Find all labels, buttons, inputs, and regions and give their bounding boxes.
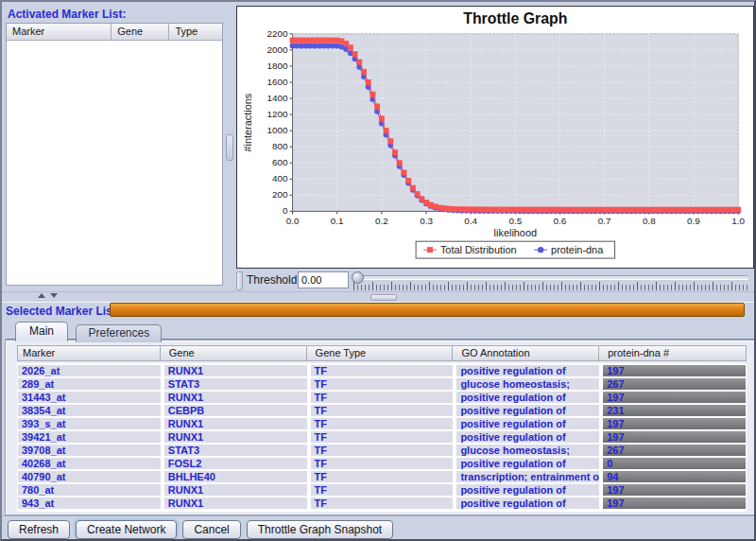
refresh-button[interactable]: Refresh bbox=[8, 520, 70, 539]
svg-text:2200: 2200 bbox=[267, 28, 289, 39]
column-header-type[interactable]: Type bbox=[169, 24, 222, 40]
svg-text:0.5: 0.5 bbox=[508, 216, 522, 226]
horizontal-splitter-handle[interactable] bbox=[370, 294, 397, 301]
column-header-go-annotation[interactable]: GO Annotation bbox=[456, 346, 599, 360]
table-cell[interactable]: positive regulation of bbox=[456, 392, 599, 403]
splitter-collapse-up-icon[interactable] bbox=[38, 293, 45, 298]
table-row[interactable]: 38354_atCEBPBTFpositive regulation of231 bbox=[18, 404, 746, 417]
table-cell[interactable]: 39421_at bbox=[18, 431, 161, 443]
activated-marker-table-body[interactable] bbox=[7, 41, 222, 285]
table-cell[interactable]: TF bbox=[311, 497, 454, 509]
splitter-collapse-down-icon[interactable] bbox=[50, 293, 58, 298]
table-cell[interactable]: positive regulation of bbox=[456, 484, 599, 496]
slider-track[interactable] bbox=[352, 275, 748, 280]
table-row[interactable]: 943_atRUNX1TFpositive regulation of197 bbox=[18, 497, 746, 510]
table-cell[interactable]: RUNX1 bbox=[164, 431, 307, 443]
vertical-splitter[interactable] bbox=[224, 6, 234, 289]
table-cell[interactable]: RUNX1 bbox=[164, 497, 307, 509]
table-cell[interactable]: positive regulation of bbox=[456, 458, 599, 469]
table-cell[interactable]: glucose homeostasis; bbox=[456, 378, 599, 390]
table-row[interactable]: 40268_atFOSL2TFpositive regulation of0 bbox=[18, 457, 746, 470]
x-axis-label: likelihood bbox=[494, 227, 537, 238]
threshold-slider[interactable] bbox=[352, 271, 748, 290]
table-cell[interactable]: CEBPB bbox=[164, 405, 307, 416]
table-cell[interactable]: 40790_at bbox=[18, 471, 161, 482]
tab-preferences[interactable]: Preferences bbox=[76, 324, 162, 342]
column-header-gene-type[interactable]: Gene Type bbox=[311, 346, 454, 360]
table-cell[interactable]: STAT3 bbox=[164, 445, 307, 456]
table-cell[interactable]: RUNX1 bbox=[164, 418, 307, 429]
table-cell[interactable]: TF bbox=[311, 431, 454, 443]
table-cell[interactable]: 197 bbox=[603, 418, 746, 429]
table-cell[interactable]: TF bbox=[311, 445, 454, 456]
table-cell[interactable]: BHLHE40 bbox=[164, 471, 307, 482]
tab-main[interactable]: Main bbox=[15, 322, 68, 341]
column-header-gene[interactable]: Gene bbox=[164, 346, 307, 360]
svg-text:0.8: 0.8 bbox=[643, 216, 656, 226]
table-cell[interactable]: positive regulation of bbox=[456, 418, 599, 429]
table-cell[interactable]: positive regulation of bbox=[456, 431, 599, 443]
table-row[interactable]: 31443_atRUNX1TFpositive regulation of197 bbox=[18, 391, 746, 404]
table-cell[interactable]: RUNX1 bbox=[164, 392, 307, 403]
table-row[interactable]: 39421_atRUNX1TFpositive regulation of197 bbox=[18, 430, 746, 444]
column-header-marker[interactable]: Marker bbox=[7, 24, 112, 40]
table-cell[interactable]: TF bbox=[311, 378, 454, 390]
table-cell[interactable]: 197 bbox=[603, 484, 746, 496]
threshold-input[interactable] bbox=[298, 271, 349, 288]
table-row[interactable]: 2026_atRUNX1TFpositive regulation of197 bbox=[18, 364, 746, 377]
table-cell[interactable]: 943_at bbox=[18, 497, 161, 509]
activated-marker-table[interactable]: Marker Gene Type bbox=[6, 23, 223, 286]
cancel-button[interactable]: Cancel bbox=[182, 520, 240, 539]
table-cell[interactable]: 393_s_at bbox=[18, 418, 161, 429]
threshold-label: Threshold bbox=[247, 273, 297, 287]
table-cell[interactable]: 40268_at bbox=[18, 458, 161, 469]
table-cell[interactable]: 780_at bbox=[18, 484, 161, 496]
table-cell[interactable]: positive regulation of bbox=[456, 497, 599, 509]
table-cell[interactable]: positive regulation of bbox=[456, 405, 599, 416]
throttle-graph-snapshot-button[interactable]: Throttle Graph Snapshot bbox=[247, 520, 393, 539]
table-cell[interactable]: 31443_at bbox=[18, 392, 161, 403]
table-cell[interactable]: 197 bbox=[603, 431, 746, 443]
table-cell[interactable]: TF bbox=[311, 392, 454, 403]
table-cell[interactable]: TF bbox=[311, 458, 454, 469]
table-cell[interactable]: positive regulation of bbox=[456, 365, 599, 376]
svg-text:400: 400 bbox=[272, 173, 288, 183]
table-cell[interactable]: 197 bbox=[603, 365, 746, 376]
table-cell[interactable]: 231 bbox=[603, 405, 746, 416]
table-cell[interactable]: 94 bbox=[603, 471, 746, 482]
table-cell[interactable]: 289_at bbox=[18, 378, 161, 390]
svg-text:1600: 1600 bbox=[267, 77, 289, 87]
vertical-splitter-handle[interactable] bbox=[226, 134, 233, 161]
table-cell[interactable]: 0 bbox=[603, 458, 746, 469]
toolbar-grip-icon[interactable] bbox=[236, 271, 243, 290]
table-cell[interactable]: TF bbox=[311, 405, 454, 416]
table-cell[interactable]: 38354_at bbox=[18, 405, 161, 416]
table-cell[interactable]: 267 bbox=[603, 378, 746, 390]
table-cell[interactable]: RUNX1 bbox=[164, 484, 307, 496]
create-network-button[interactable]: Create Network bbox=[76, 520, 177, 539]
column-header-protein-dna[interactable]: protein-dna # bbox=[603, 346, 746, 360]
table-row[interactable]: 40790_atBHLHE40TFtranscription; entrainm… bbox=[18, 470, 746, 483]
table-cell[interactable]: TF bbox=[311, 471, 454, 482]
table-cell[interactable]: RUNX1 bbox=[164, 365, 307, 376]
table-cell[interactable]: FOSL2 bbox=[164, 458, 307, 469]
table-cell[interactable]: STAT3 bbox=[164, 378, 307, 390]
table-row[interactable]: 39708_atSTAT3TFglucose homeostasis;267 bbox=[18, 444, 746, 457]
table-cell[interactable]: glucose homeostasis; bbox=[456, 445, 599, 456]
column-header-gene[interactable]: Gene bbox=[112, 24, 169, 40]
table-cell[interactable]: 2026_at bbox=[18, 365, 161, 376]
table-cell[interactable]: transcription; entrainment of bbox=[456, 471, 599, 482]
table-cell[interactable]: TF bbox=[311, 418, 454, 429]
svg-text:200: 200 bbox=[272, 189, 288, 200]
table-row[interactable]: 393_s_atRUNX1TFpositive regulation of197 bbox=[18, 417, 746, 430]
table-cell[interactable]: 197 bbox=[603, 392, 746, 403]
table-cell[interactable]: 39708_at bbox=[18, 445, 161, 456]
table-cell[interactable]: TF bbox=[311, 484, 454, 496]
table-cell[interactable]: TF bbox=[311, 365, 454, 376]
table-cell[interactable]: 197 bbox=[603, 497, 746, 509]
table-row[interactable]: 289_atSTAT3TFglucose homeostasis;267 bbox=[18, 377, 746, 391]
column-header-marker[interactable]: Marker bbox=[18, 346, 161, 360]
legend-total-distribution-label: Total Distribution bbox=[440, 244, 517, 255]
table-row[interactable]: 780_atRUNX1TFpositive regulation of197 bbox=[18, 483, 746, 497]
table-cell[interactable]: 267 bbox=[603, 445, 746, 456]
